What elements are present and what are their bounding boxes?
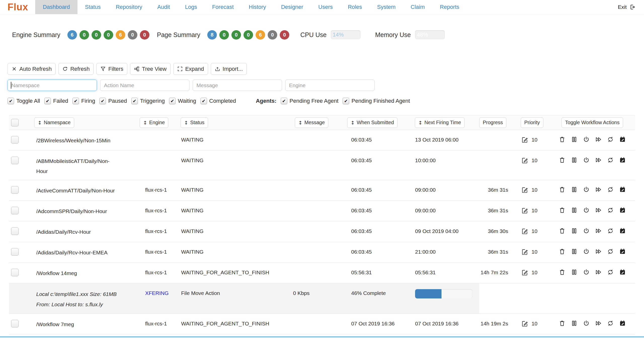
row-checkbox[interactable] [11, 248, 19, 256]
edit-priority-button[interactable] [521, 228, 528, 235]
column-header-next-firing-time[interactable]: ↕Next Firing Time [415, 117, 465, 128]
checkbox-failed[interactable]: ✔Failed [44, 98, 68, 104]
pause-button[interactable] [571, 186, 578, 193]
recur-button[interactable] [607, 248, 614, 255]
skip-button[interactable] [595, 136, 602, 143]
checkbox-box[interactable]: ✔ [131, 98, 138, 104]
pause-button[interactable] [571, 207, 578, 214]
column-header-progress[interactable]: Progress [479, 117, 506, 128]
tab-users[interactable]: Users [311, 0, 340, 14]
tree-view-button[interactable]: Tree View [130, 63, 171, 75]
reschedule-button[interactable] [619, 248, 626, 255]
column-header-when-submitted[interactable]: ↕When Submitted [347, 117, 397, 128]
reschedule-button[interactable] [619, 227, 626, 234]
recur-button[interactable] [607, 320, 614, 327]
interrupt-button[interactable] [583, 186, 590, 193]
delete-button[interactable] [559, 186, 566, 193]
recur-button[interactable] [607, 186, 614, 193]
skip-button[interactable] [595, 207, 602, 214]
auto-refresh-button[interactable]: Auto Refresh [8, 63, 56, 75]
tab-claim[interactable]: Claim [403, 0, 432, 14]
delete-button[interactable] [559, 248, 566, 255]
checkbox-box[interactable]: ✔ [169, 98, 176, 104]
interrupt-button[interactable] [583, 248, 590, 255]
delete-button[interactable] [559, 320, 566, 327]
column-header-engine[interactable]: ↕Engine [140, 117, 168, 128]
checkbox-waiting[interactable]: ✔Waiting [169, 98, 196, 104]
edit-priority-button[interactable] [521, 248, 528, 255]
edit-priority-button[interactable] [521, 320, 528, 327]
import-button[interactable]: Import... [211, 63, 247, 75]
column-header-namespace[interactable]: ↕Namespace [34, 117, 74, 128]
message-filter-input[interactable] [193, 80, 282, 91]
pause-button[interactable] [571, 227, 578, 234]
edit-priority-button[interactable] [521, 157, 528, 164]
row-checkbox[interactable] [11, 136, 19, 144]
checkbox-box[interactable]: ✔ [99, 98, 106, 104]
skip-button[interactable] [595, 157, 602, 163]
reschedule-button[interactable] [619, 136, 626, 143]
pause-button[interactable] [571, 136, 578, 143]
row-checkbox[interactable] [11, 269, 19, 276]
checkbox-box[interactable]: ✔ [343, 98, 349, 104]
checkbox-completed[interactable]: ✔Completed [200, 98, 236, 104]
skip-button[interactable] [595, 186, 602, 193]
edit-priority-button[interactable] [521, 207, 528, 214]
checkbox-triggering[interactable]: ✔Triggering [131, 98, 165, 104]
checkbox-box[interactable]: ✔ [72, 98, 79, 104]
reschedule-button[interactable] [619, 157, 626, 163]
pause-button[interactable] [571, 320, 578, 327]
tab-dashboard[interactable]: Dashboard [35, 0, 77, 14]
column-header-status[interactable]: ↕Status [181, 117, 208, 128]
delete-button[interactable] [559, 136, 566, 143]
tab-status[interactable]: Status [77, 0, 108, 14]
refresh-button[interactable]: Refresh [58, 63, 94, 75]
pause-button[interactable] [571, 269, 578, 276]
skip-button[interactable] [595, 227, 602, 234]
exit-button[interactable]: Exit [618, 0, 644, 14]
tab-logs[interactable]: Logs [177, 0, 205, 14]
delete-button[interactable] [559, 227, 566, 234]
delete-button[interactable] [559, 207, 566, 214]
skip-button[interactable] [595, 248, 602, 255]
interrupt-button[interactable] [583, 320, 590, 327]
tab-repository[interactable]: Repository [108, 0, 150, 14]
interrupt-button[interactable] [583, 207, 590, 214]
delete-button[interactable] [559, 157, 566, 163]
reschedule-button[interactable] [619, 207, 626, 214]
recur-button[interactable] [607, 157, 614, 163]
checkbox-firing[interactable]: ✔Firing [72, 98, 95, 104]
recur-button[interactable] [607, 136, 614, 143]
tab-designer[interactable]: Designer [273, 0, 311, 14]
row-checkbox[interactable] [11, 186, 19, 194]
checkbox-paused[interactable]: ✔Paused [99, 98, 127, 104]
filters-button[interactable]: Filters [96, 63, 127, 75]
engine-filter-input[interactable] [285, 80, 375, 91]
pause-button[interactable] [571, 248, 578, 255]
tab-forecast[interactable]: Forecast [205, 0, 241, 14]
tab-roles[interactable]: Roles [340, 0, 370, 14]
namespace-filter-input[interactable] [8, 80, 97, 91]
skip-button[interactable] [595, 320, 602, 327]
recur-button[interactable] [607, 207, 614, 214]
interrupt-button[interactable] [583, 157, 590, 163]
column-header-toggle-workflow-actions[interactable]: Toggle Workflow Actions [561, 117, 623, 128]
tab-audit[interactable]: Audit [150, 0, 177, 14]
interrupt-button[interactable] [583, 227, 590, 234]
edit-priority-button[interactable] [521, 269, 528, 276]
checkbox-box[interactable]: ✔ [200, 98, 207, 104]
recur-button[interactable] [607, 227, 614, 234]
checkbox-pending-free-agent[interactable]: ✔Pending Free Agent [281, 98, 338, 104]
row-checkbox[interactable] [11, 207, 19, 214]
interrupt-button[interactable] [583, 136, 590, 143]
reschedule-button[interactable] [619, 269, 626, 276]
pause-button[interactable] [571, 157, 578, 163]
tab-reports[interactable]: Reports [432, 0, 467, 14]
edit-priority-button[interactable] [521, 186, 528, 193]
tab-system[interactable]: System [370, 0, 403, 14]
delete-button[interactable] [559, 269, 566, 276]
checkbox-box[interactable]: ✔ [281, 98, 287, 104]
edit-priority-button[interactable] [521, 136, 528, 143]
checkbox-pending-finished-agent[interactable]: ✔Pending Finished Agent [343, 98, 410, 104]
column-header-message[interactable]: ↕Message [295, 117, 328, 128]
